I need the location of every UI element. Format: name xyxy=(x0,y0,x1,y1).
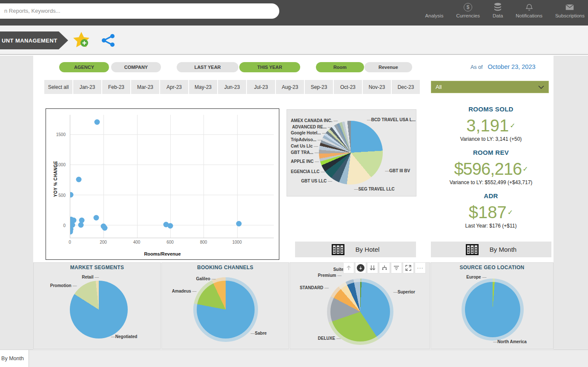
month-jul[interactable]: Jul-23 xyxy=(247,80,275,94)
expand-next-level-button[interactable] xyxy=(367,262,378,273)
pie-label: DELUXE xyxy=(318,336,341,341)
geo-pie[interactable] xyxy=(465,282,520,337)
booking-channels-pie[interactable] xyxy=(197,281,255,339)
gridline xyxy=(70,134,274,135)
nav-label: Notifications xyxy=(516,13,542,18)
y-tick-label: 0 xyxy=(63,223,66,228)
favorite-button[interactable] xyxy=(72,30,91,50)
nav-item-analysis[interactable]: Analysis xyxy=(425,3,444,18)
scatter-chart[interactable]: YOY % CHANGE 050010001500 02004006008001… xyxy=(46,108,279,260)
nav-label: Subscriptions xyxy=(555,13,585,18)
month-mar[interactable]: Mar-23 xyxy=(131,80,159,94)
by-month-button[interactable]: By Month xyxy=(431,242,551,257)
pie-label: Retail xyxy=(82,275,99,279)
toggle-label: Revenue xyxy=(379,65,398,70)
month-dec[interactable]: Dec-23 xyxy=(392,80,420,94)
month-jan[interactable]: Jan-23 xyxy=(73,80,101,94)
x-axis-label: Rooms/Revenue xyxy=(46,251,279,256)
top-bar: n Reports, Keywords... Analysis $ Curren… xyxy=(0,0,588,26)
kpi-sub-adr: Last Year: $176 (+$11) xyxy=(430,223,552,229)
scatter-point[interactable] xyxy=(70,192,73,197)
breadcrumb-bar: UNT MANAGEMENT xyxy=(0,26,588,55)
hotel-dropdown[interactable]: All xyxy=(431,81,549,93)
scatter-point[interactable] xyxy=(102,225,108,230)
expand-all-button[interactable] xyxy=(379,262,390,273)
pie-label: North America xyxy=(493,339,527,344)
check-icon: ✓ xyxy=(508,209,513,216)
month-select-all[interactable]: Select all xyxy=(44,80,72,94)
share-button[interactable] xyxy=(100,33,116,48)
kpi-sub-room-rev: Variance to LY: $552,499 (+$43,717) xyxy=(430,179,552,185)
toggle-this-year[interactable]: THIS YEAR xyxy=(239,62,300,72)
pie-label: GBT III BV xyxy=(385,168,410,173)
toggle-room[interactable]: Room xyxy=(316,62,364,72)
currency-icon: $ xyxy=(464,3,472,12)
drill-up-button[interactable] xyxy=(343,262,354,273)
room-types-pie[interactable] xyxy=(330,282,390,341)
scatter-point[interactable] xyxy=(70,229,73,235)
scatter-point[interactable] xyxy=(94,119,100,125)
more-options-button[interactable]: ··· xyxy=(415,262,426,273)
market-segments-panel[interactable]: MARKET SEGMENTS RetailPromotionNegotiate… xyxy=(33,262,161,349)
month-apr[interactable]: Apr-23 xyxy=(160,80,188,94)
nav-item-subscriptions[interactable]: Subscriptions xyxy=(555,3,585,18)
as-of-date[interactable]: October 23, 2023 xyxy=(488,63,536,70)
x-tick-label: 400 xyxy=(133,240,141,245)
agencies-pie[interactable] xyxy=(319,121,383,185)
toggle-label: LAST YEAR xyxy=(194,65,221,70)
toggle-last-year[interactable]: LAST YEAR xyxy=(177,62,238,72)
by-hotel-button[interactable]: By Hotel xyxy=(295,242,416,257)
by-month-label: By Month xyxy=(490,246,516,253)
scatter-point[interactable] xyxy=(236,221,241,226)
scatter-point[interactable] xyxy=(76,177,81,182)
month-feb[interactable]: Feb-23 xyxy=(102,80,130,94)
booking-channels-panel[interactable]: BOOKING CHANNELS GalileoAmadeusSabre xyxy=(161,262,289,349)
drill-up-icon xyxy=(346,265,352,271)
gridline xyxy=(70,195,274,195)
month-sep[interactable]: Sep-23 xyxy=(305,80,333,94)
nav-item-data[interactable]: Data xyxy=(493,3,503,18)
room-types-panel[interactable]: SuitePremiumSTANDARDDELUXESuperior xyxy=(290,262,430,349)
month-aug[interactable]: Aug-23 xyxy=(276,80,304,94)
toggle-agency[interactable]: AGENCY xyxy=(59,62,109,72)
kpi-value-adr: $187✓ xyxy=(430,203,552,222)
nav-item-notifications[interactable]: Notifications xyxy=(516,3,542,18)
month-filter-row: Select all Jan-23 Feb-23 Mar-23 Apr-23 M… xyxy=(44,80,420,94)
envelope-icon xyxy=(565,3,574,12)
scatter-point[interactable] xyxy=(168,223,173,228)
market-segments-pie[interactable] xyxy=(70,281,128,339)
search-input[interactable]: n Reports, Keywords... xyxy=(0,3,279,19)
scatter-point[interactable] xyxy=(93,215,99,221)
scatter-point[interactable] xyxy=(78,222,84,228)
table-icon xyxy=(332,244,344,255)
pie-label: Sabre xyxy=(251,331,267,336)
pie-label: EGENCIA LLC xyxy=(291,169,325,174)
pie-label: SEG TRAVEL LLC xyxy=(354,187,395,191)
double-down-arrow-icon xyxy=(369,265,376,271)
x-tick-label: 1000 xyxy=(232,240,241,245)
pie-label: GBT US LLC xyxy=(301,179,332,183)
toggle-company[interactable]: COMPANY xyxy=(111,62,161,72)
drill-down-button[interactable] xyxy=(355,262,366,273)
month-nov[interactable]: Nov-23 xyxy=(363,80,391,94)
breadcrumb[interactable]: UNT MANAGEMENT xyxy=(0,31,68,49)
panel-title: MARKET SEGMENTS xyxy=(34,265,161,270)
gridline xyxy=(103,115,104,238)
focus-mode-icon xyxy=(405,265,411,271)
geo-location-panel[interactable]: SOURCE GEO LOCATION EuropeNorth America xyxy=(430,262,554,349)
x-tick-label: 0 xyxy=(69,240,71,245)
pie-label: GBT TRA... xyxy=(291,150,319,155)
tab-by-month[interactable]: By Month xyxy=(0,350,29,367)
month-jun[interactable]: Jun-23 xyxy=(218,80,246,94)
star-plus-icon xyxy=(72,30,91,50)
focus-mode-button[interactable] xyxy=(403,262,414,273)
x-tick-label: 600 xyxy=(166,240,174,245)
nav-item-currencies[interactable]: $ Currencies xyxy=(456,3,480,18)
y-axis-ticks: 050010001500 xyxy=(53,115,67,238)
agencies-pie-panel[interactable]: AMEX CANADA INC.ADVANCED RE...Google Hot… xyxy=(287,109,416,196)
kpi-title-room-rev: ROOM REV xyxy=(430,149,552,156)
month-oct[interactable]: Oct-23 xyxy=(334,80,362,94)
filter-button[interactable] xyxy=(391,262,402,273)
month-may[interactable]: May-23 xyxy=(189,80,217,94)
toggle-revenue[interactable]: Revenue xyxy=(364,62,412,72)
